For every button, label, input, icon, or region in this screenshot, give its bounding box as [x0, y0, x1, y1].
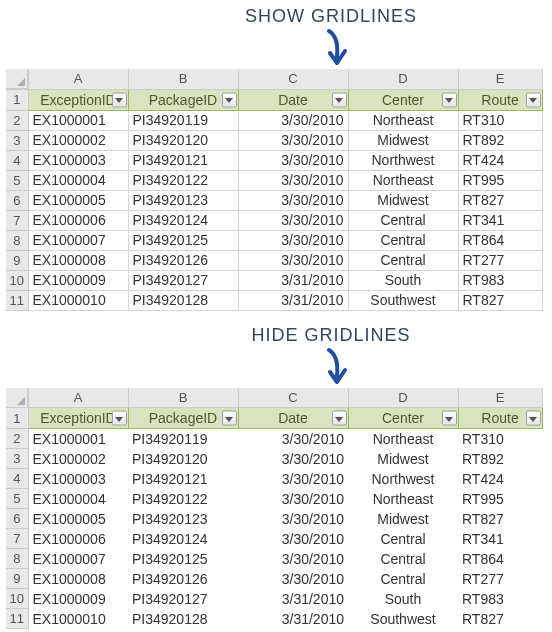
cell-exception-id[interactable]: EX1000006	[28, 529, 128, 549]
cell-center[interactable]: South	[348, 270, 458, 290]
filter-dropdown-icon[interactable]	[332, 92, 347, 107]
column-header-d[interactable]: D	[348, 388, 458, 408]
cell-package-id[interactable]: PI34920121	[128, 150, 238, 170]
cell-exception-id[interactable]: EX1000004	[28, 489, 128, 509]
cell-exception-id[interactable]: EX1000002	[28, 449, 128, 469]
cell-exception-id[interactable]: EX1000010	[28, 609, 128, 629]
cell-date[interactable]: 3/30/2010	[238, 170, 348, 190]
column-header-e[interactable]: E	[458, 69, 542, 89]
cell-route[interactable]: RT424	[458, 150, 542, 170]
cell-route[interactable]: RT310	[458, 429, 542, 449]
cell-route[interactable]: RT277	[458, 250, 542, 270]
cell-center[interactable]: Northeast	[348, 489, 458, 509]
cell-exception-id[interactable]: EX1000001	[28, 429, 128, 449]
cell-date[interactable]: 3/30/2010	[238, 529, 348, 549]
cell-package-id[interactable]: PI34920120	[128, 130, 238, 150]
cell-date[interactable]: 3/30/2010	[238, 150, 348, 170]
cell-date[interactable]: 3/31/2010	[238, 290, 348, 310]
cell-route[interactable]: RT424	[458, 469, 542, 489]
filter-dropdown-icon[interactable]	[442, 411, 457, 426]
cell-date[interactable]: 3/30/2010	[238, 429, 348, 449]
cell-exception-id[interactable]: EX1000007	[28, 549, 128, 569]
row-header[interactable]: 4	[6, 469, 28, 489]
filter-dropdown-icon[interactable]	[222, 411, 237, 426]
row-header[interactable]: 9	[6, 250, 28, 270]
cell-route[interactable]: RT892	[458, 449, 542, 469]
row-header[interactable]: 2	[6, 429, 28, 449]
cell-package-id[interactable]: PI34920121	[128, 469, 238, 489]
row-header[interactable]: 5	[6, 489, 28, 509]
table-header-exception-id[interactable]: ExceptionID	[28, 408, 128, 429]
column-header-c[interactable]: C	[238, 388, 348, 408]
cell-date[interactable]: 3/30/2010	[238, 509, 348, 529]
row-header[interactable]: 4	[6, 150, 28, 170]
table-header-date[interactable]: Date	[238, 89, 348, 110]
row-header[interactable]: 2	[6, 110, 28, 130]
cell-route[interactable]: RT892	[458, 130, 542, 150]
cell-date[interactable]: 3/30/2010	[238, 569, 348, 589]
row-header[interactable]: 11	[6, 609, 28, 629]
table-header-center[interactable]: Center	[348, 408, 458, 429]
cell-center[interactable]: Central	[348, 210, 458, 230]
cell-package-id[interactable]: PI34920128	[128, 609, 238, 629]
row-header[interactable]: 7	[6, 210, 28, 230]
cell-route[interactable]: RT827	[458, 609, 542, 629]
cell-route[interactable]: RT864	[458, 230, 542, 250]
cell-package-id[interactable]: PI34920124	[128, 210, 238, 230]
cell-date[interactable]: 3/30/2010	[238, 489, 348, 509]
cell-package-id[interactable]: PI34920120	[128, 449, 238, 469]
cell-package-id[interactable]: PI34920125	[128, 230, 238, 250]
column-header-b[interactable]: B	[128, 69, 238, 89]
row-header[interactable]: 1	[6, 408, 28, 429]
cell-date[interactable]: 3/30/2010	[238, 549, 348, 569]
select-all-button[interactable]	[6, 388, 28, 408]
row-header[interactable]: 6	[6, 509, 28, 529]
column-header-a[interactable]: A	[28, 388, 128, 408]
filter-dropdown-icon[interactable]	[442, 92, 457, 107]
cell-center[interactable]: Midwest	[348, 449, 458, 469]
cell-route[interactable]: RT341	[458, 529, 542, 549]
cell-package-id[interactable]: PI34920124	[128, 529, 238, 549]
cell-center[interactable]: Northeast	[348, 110, 458, 130]
column-header-c[interactable]: C	[238, 69, 348, 89]
cell-center[interactable]: Central	[348, 529, 458, 549]
filter-dropdown-icon[interactable]	[112, 411, 127, 426]
table-header-exception-id[interactable]: ExceptionID	[28, 89, 128, 110]
cell-center[interactable]: South	[348, 589, 458, 609]
column-header-d[interactable]: D	[348, 69, 458, 89]
cell-route[interactable]: RT827	[458, 190, 542, 210]
cell-package-id[interactable]: PI34920119	[128, 429, 238, 449]
cell-exception-id[interactable]: EX1000002	[28, 130, 128, 150]
cell-package-id[interactable]: PI34920127	[128, 589, 238, 609]
table-header-package-id[interactable]: PackageID	[128, 408, 238, 429]
table-header-center[interactable]: Center	[348, 89, 458, 110]
select-all-button[interactable]	[6, 69, 28, 89]
row-header[interactable]: 5	[6, 170, 28, 190]
cell-exception-id[interactable]: EX1000010	[28, 290, 128, 310]
column-header-e[interactable]: E	[458, 388, 542, 408]
cell-exception-id[interactable]: EX1000003	[28, 150, 128, 170]
cell-center[interactable]: Midwest	[348, 509, 458, 529]
filter-dropdown-icon[interactable]	[112, 92, 127, 107]
cell-exception-id[interactable]: EX1000009	[28, 270, 128, 290]
cell-center[interactable]: Southwest	[348, 290, 458, 310]
row-header[interactable]: 6	[6, 190, 28, 210]
row-header[interactable]: 8	[6, 549, 28, 569]
cell-date[interactable]: 3/30/2010	[238, 469, 348, 489]
row-header[interactable]: 10	[6, 270, 28, 290]
cell-center[interactable]: Northeast	[348, 170, 458, 190]
cell-route[interactable]: RT864	[458, 549, 542, 569]
cell-center[interactable]: Southwest	[348, 609, 458, 629]
cell-exception-id[interactable]: EX1000005	[28, 190, 128, 210]
cell-package-id[interactable]: PI34920123	[128, 190, 238, 210]
cell-route[interactable]: RT995	[458, 170, 542, 190]
cell-route[interactable]: RT983	[458, 270, 542, 290]
cell-exception-id[interactable]: EX1000005	[28, 509, 128, 529]
cell-date[interactable]: 3/31/2010	[238, 589, 348, 609]
cell-route[interactable]: RT827	[458, 509, 542, 529]
row-header[interactable]: 9	[6, 569, 28, 589]
cell-date[interactable]: 3/30/2010	[238, 130, 348, 150]
cell-center[interactable]: Central	[348, 569, 458, 589]
row-header[interactable]: 3	[6, 449, 28, 469]
cell-exception-id[interactable]: EX1000004	[28, 170, 128, 190]
